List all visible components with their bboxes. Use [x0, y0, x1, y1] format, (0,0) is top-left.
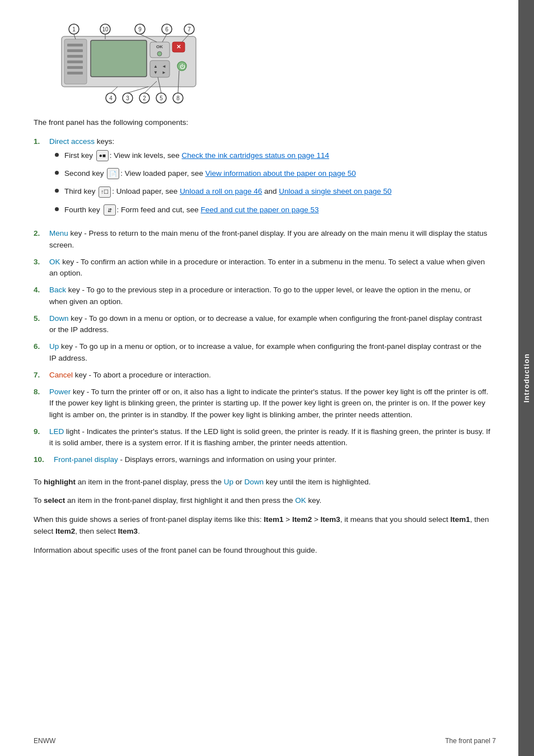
svg-text:▲: ▲ [153, 64, 158, 69]
svg-rect-18 [91, 40, 147, 77]
bullet-icon [55, 189, 59, 193]
svg-rect-12 [67, 44, 83, 46]
item-number-7: 7. [34, 370, 49, 381]
link-view-paper[interactable]: View information about the paper on page… [205, 169, 356, 178]
printer-diagram: 1 10 9 6 7 [45, 17, 490, 108]
side-tab: Introduction [518, 0, 534, 756]
svg-text:10: 10 [102, 26, 109, 32]
bullet-icon [55, 153, 59, 157]
footer-right: The front panel 7 [445, 737, 496, 745]
item-content-1: Direct access keys: First key ●■: View i… [49, 136, 490, 222]
item-number-9: 9. [34, 426, 49, 437]
keyword-ok: OK [49, 258, 60, 266]
side-tab-label: Introduction [522, 353, 531, 403]
bold-select: select [44, 496, 65, 505]
item-number-1: 1. [34, 136, 49, 147]
sub-item-1-2: Second key 📄: View loaded paper, see Vie… [55, 168, 490, 179]
item-content-9: LED light - Indicates the printer's stat… [49, 426, 490, 449]
select-paragraph: To select an item in the front-panel dis… [34, 494, 490, 507]
svg-text:⏻: ⏻ [180, 64, 185, 69]
item-number-4: 4. [34, 284, 49, 296]
keyword-down: Down [49, 314, 69, 323]
intro-text: The front panel has the following compon… [34, 117, 490, 128]
svg-rect-13 [67, 49, 83, 52]
link-unload-sheet[interactable]: Unload a single sheet on page 50 [279, 187, 391, 195]
svg-text:6: 6 [165, 26, 168, 32]
key-icon-unload: ↑☐ [99, 186, 111, 198]
list-item-3: 3. OK key - To confirm an action while i… [34, 256, 490, 279]
svg-text:4: 4 [109, 95, 113, 101]
page-footer: ENWW The front panel 7 [34, 737, 496, 745]
link-unload-roll[interactable]: Unload a roll on page 46 [180, 187, 262, 195]
bold-sel3: Item3 [118, 527, 138, 535]
svg-text:9: 9 [138, 26, 142, 32]
list-item-9: 9. LED light - Indicates the printer's s… [34, 426, 490, 449]
bold-highlight: highlight [44, 478, 76, 486]
list-item-7: 7. Cancel key - To abort a procedure or … [34, 370, 490, 381]
sub-item-1-4: Fourth key ⇵: Form feed and cut, see Fee… [55, 204, 490, 216]
item-number-5: 5. [34, 313, 49, 324]
list-item-1: 1. Direct access keys: First key ●■: Vie… [34, 136, 490, 222]
svg-text:8: 8 [176, 95, 180, 101]
keyword-power: Power [49, 388, 71, 396]
sub-text-1-2: Second key 📄: View loaded paper, see Vie… [64, 168, 356, 179]
info-paragraph: Information about specific uses of the f… [34, 544, 490, 557]
keyword-cancel: Cancel [49, 371, 73, 379]
highlight-paragraph: To highlight an item in the front-panel … [34, 476, 490, 488]
svg-point-21 [157, 52, 162, 56]
item-number-2: 2. [34, 228, 49, 239]
list-item-2: 2. Menu key - Press to return to the mai… [34, 228, 490, 251]
sub-item-1-1: First key ●■: View ink levels, see Check… [55, 150, 490, 161]
key-icon-paper: 📄 [107, 168, 119, 179]
keyword-direct-access: Direct access [49, 137, 95, 146]
svg-text:►: ► [162, 70, 166, 75]
item-content-6: Up key - To go up in a menu or option, o… [49, 341, 490, 364]
svg-line-46 [111, 87, 118, 93]
svg-text:▼: ▼ [153, 70, 158, 75]
svg-text:3: 3 [126, 95, 129, 101]
item-content-2: Menu key - Press to return to the main m… [49, 228, 490, 251]
item-content-4: Back key - To go to the previous step in… [49, 284, 490, 307]
item-content-10: Front-panel display - Displays errors, w… [54, 454, 490, 465]
sub-item-1-3: Third key ↑☐: Unload paper, see Unload a… [55, 186, 490, 197]
keyword-menu: Menu [49, 229, 68, 237]
kw-ok: OK [295, 496, 306, 505]
sub-list-1: First key ●■: View ink levels, see Check… [49, 150, 490, 216]
sub-text-1-3: Third key ↑☐: Unload paper, see Unload a… [64, 186, 391, 197]
item-number-10: 10. [34, 454, 54, 465]
kw-up: Up [224, 478, 233, 486]
item-number-3: 3. [34, 256, 49, 268]
footer-left: ENWW [34, 737, 55, 745]
list-item-10: 10. Front-panel display - Displays error… [34, 454, 490, 465]
item-content-8: Power key - To turn the printer off or o… [49, 386, 490, 421]
svg-rect-14 [67, 55, 83, 58]
svg-text:7: 7 [188, 26, 191, 32]
item-content-7: Cancel key - To abort a procedure or int… [49, 370, 490, 381]
item-content-3: OK key - To confirm an action while in a… [49, 256, 490, 279]
series-paragraph: When this guide shows a series of front-… [34, 514, 490, 538]
svg-text:OK: OK [156, 44, 163, 49]
bold-sel2: Item2 [55, 527, 75, 535]
bold-item1: Item1 [264, 515, 283, 524]
svg-rect-15 [67, 60, 83, 63]
list-item-4: 4. Back key - To go to the previous step… [34, 284, 490, 307]
closing-paragraphs: To highlight an item in the front-panel … [34, 476, 490, 557]
keyword-front-panel: Front-panel display [54, 455, 118, 464]
bold-item3: Item3 [321, 515, 340, 524]
bullet-icon [55, 207, 59, 211]
bullet-icon [55, 171, 59, 175]
keyword-back: Back [49, 286, 66, 294]
link-feed-cut[interactable]: Feed and cut the paper on page 53 [201, 206, 319, 214]
bold-sel1: Item1 [450, 515, 470, 524]
svg-text:1: 1 [72, 26, 76, 32]
svg-text:2: 2 [143, 95, 146, 101]
item-number-8: 8. [34, 386, 49, 398]
svg-text:✕: ✕ [176, 44, 181, 50]
link-ink-cartridges[interactable]: Check the ink cartridges status on page … [182, 151, 329, 160]
key-icon-ink: ●■ [96, 150, 109, 161]
sub-text-1-4: Fourth key ⇵: Form feed and cut, see Fee… [64, 204, 319, 216]
keyword-led: LED [49, 427, 64, 436]
svg-rect-17 [67, 72, 83, 74]
item-content-5: Down key - To go down in a menu or optio… [49, 313, 490, 336]
svg-rect-16 [67, 66, 83, 69]
